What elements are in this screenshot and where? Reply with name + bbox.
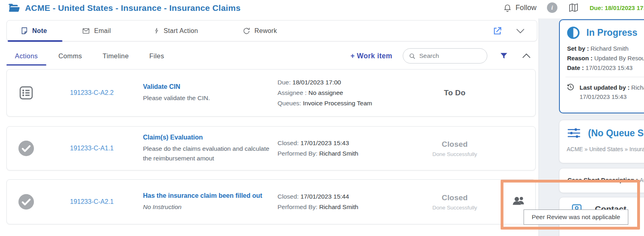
closed-value: 17/01/2023 15:44 xyxy=(300,193,349,200)
status-badge: To Do xyxy=(406,88,503,97)
search-box[interactable] xyxy=(403,48,487,64)
set-by-label: Set by : xyxy=(567,45,589,52)
work-item-title-link[interactable]: Has the insurance claim been filled out xyxy=(143,192,271,199)
set-by-value: Richard Smith xyxy=(590,45,628,52)
performed-by-value: Richard Smith xyxy=(319,150,358,157)
assignee-label: Assignee : xyxy=(277,89,306,96)
task-list-icon xyxy=(18,84,35,101)
status-outcome: Done Successfully xyxy=(406,151,503,157)
case-header: ACME - United States - Insurance - Insur… xyxy=(0,0,644,18)
tab-comms[interactable]: Comms xyxy=(50,46,91,66)
follow-label: Follow xyxy=(516,4,536,12)
work-item-details: Closed: 17/01/2023 15:44 Performed By: R… xyxy=(271,191,406,212)
follow-button[interactable]: Follow xyxy=(503,3,536,12)
closed-label: Closed: xyxy=(277,140,299,146)
rework-button[interactable]: Rework xyxy=(241,21,279,41)
filter-icon[interactable] xyxy=(499,51,508,60)
case-status-heading: In Progress xyxy=(586,27,638,38)
performed-by-label: Performed By: xyxy=(277,150,317,157)
status-meta: Set by : Richard Smith Reason : Updated … xyxy=(560,39,644,73)
queues-value: Invoice Processing Team xyxy=(303,100,372,107)
email-button[interactable]: Email xyxy=(80,21,113,41)
work-item-details: Due: 18/01/2023 17:00 Assignee : No assi… xyxy=(271,77,406,109)
half-circle-status-icon xyxy=(567,27,580,39)
note-button[interactable]: Note xyxy=(19,21,49,41)
due-value: 18/01/2023 17:00 xyxy=(292,79,341,86)
case-status-panel: In Progress Set by : Richard Smith Reaso… xyxy=(559,19,644,113)
note-icon xyxy=(21,27,28,35)
email-icon xyxy=(82,27,90,35)
queue-panel: (No Queue Set) ACME » United States » In… xyxy=(559,120,644,163)
work-item-instruction: Please do the claims evaluation and calc… xyxy=(143,144,271,163)
start-action-button[interactable]: Start Action xyxy=(152,21,199,41)
date-value: 17/01/2023 15:43 xyxy=(586,64,633,71)
work-item-row-claims-evaluation[interactable]: 191233-C-A1.1 Claim(s) Evaluation Please… xyxy=(6,126,536,170)
search-input[interactable] xyxy=(419,52,476,60)
work-item-title-link[interactable]: Validate CIN xyxy=(143,83,271,90)
queue-breadcrumb: ACME » United States » Insurance xyxy=(559,140,644,152)
note-label: Note xyxy=(32,27,47,35)
add-work-item-button[interactable]: + Work item xyxy=(350,52,392,60)
performed-by-value: Richard Smith xyxy=(319,203,358,210)
case-short-description-value: ACME xyxy=(640,177,644,183)
queue-heading: (No Queue Set) xyxy=(588,128,644,139)
page-title: ACME - United States - Insurance - Insur… xyxy=(25,3,240,13)
work-item-id-link[interactable]: 191233-C-A2.1 xyxy=(70,198,114,205)
case-due-date: Due: 18/01/2023 17:00 xyxy=(590,4,644,11)
closed-value: 17/01/2023 15:43 xyxy=(300,140,349,146)
work-item-details: Closed: 17/01/2023 15:43 Performed By: R… xyxy=(271,138,406,159)
work-item-instruction: No Instruction xyxy=(143,202,271,212)
peer-review-people-icon[interactable] xyxy=(511,195,527,209)
queues-label: Queues: xyxy=(277,100,301,107)
performed-by-label: Performed By: xyxy=(277,203,317,210)
tab-files[interactable]: Files xyxy=(141,46,173,66)
work-item-row-validate-cin[interactable]: 191233-C-A2.2 Validate CIN Please valida… xyxy=(6,69,536,117)
case-tabs: Actions Comms Timeline Files + Work item xyxy=(6,46,537,66)
open-in-new-window-icon[interactable] xyxy=(493,26,502,36)
start-action-label: Start Action xyxy=(164,27,198,35)
last-updated-label: Last updated by : xyxy=(580,84,630,91)
assignee-value: No assignee xyxy=(309,89,343,96)
reason-value: Updated By Resource xyxy=(594,55,644,62)
last-updated-date: 17/01/2023 15:43 xyxy=(580,92,644,101)
rework-cycle-icon xyxy=(242,27,251,35)
map-icon[interactable] xyxy=(568,2,579,13)
chevron-up-icon[interactable] xyxy=(522,53,531,59)
case-short-description-panel: Case Short Description : ACME xyxy=(559,168,644,193)
action-toolbar: Note Email Start Action Rework xyxy=(6,20,537,41)
due-label: Due: xyxy=(277,79,291,86)
rework-label: Rework xyxy=(255,27,277,35)
check-circle-icon xyxy=(18,140,35,157)
info-icon[interactable]: i xyxy=(547,2,557,13)
case-detail-page: ACME - United States - Insurance - Insur… xyxy=(0,0,644,236)
work-item-id-link[interactable]: 191233-C-A2.2 xyxy=(70,89,114,96)
reason-label: Reason : xyxy=(567,55,592,62)
status-badge: Closed xyxy=(406,140,503,149)
closed-label: Closed: xyxy=(277,193,299,200)
work-item-instruction: Please validate the CIN. xyxy=(143,93,271,103)
active-toolbar-underline xyxy=(8,40,62,42)
date-label: Date : xyxy=(567,64,584,71)
sliders-icon xyxy=(567,127,581,140)
chevron-down-icon[interactable] xyxy=(516,28,525,34)
last-updated-row: Last updated by : Richard Smith 17/01/20… xyxy=(560,77,644,101)
bell-icon xyxy=(503,3,512,12)
case-short-description-label: Case Short Description : xyxy=(567,176,638,183)
check-circle-icon xyxy=(18,193,35,210)
work-item-title-link[interactable]: Claim(s) Evaluation xyxy=(143,134,271,141)
work-item-row-insurance-claim-filled[interactable]: 191233-C-A2.1 Has the insurance claim be… xyxy=(6,179,536,224)
history-icon xyxy=(566,83,575,101)
search-icon xyxy=(409,53,416,60)
email-label: Email xyxy=(94,27,111,35)
tab-actions[interactable]: Actions xyxy=(6,46,46,66)
tab-timeline[interactable]: Timeline xyxy=(94,46,137,66)
last-updated-value: Richard Smith xyxy=(631,84,644,91)
status-outcome: Done Successfully xyxy=(406,205,503,211)
open-folder-icon xyxy=(8,3,20,13)
peer-review-tooltip: Peer Review was not applicable xyxy=(524,209,628,225)
status-badge: Closed xyxy=(406,193,503,202)
work-item-id-link[interactable]: 191233-C-A1.1 xyxy=(70,145,114,152)
lightning-icon xyxy=(153,27,159,35)
